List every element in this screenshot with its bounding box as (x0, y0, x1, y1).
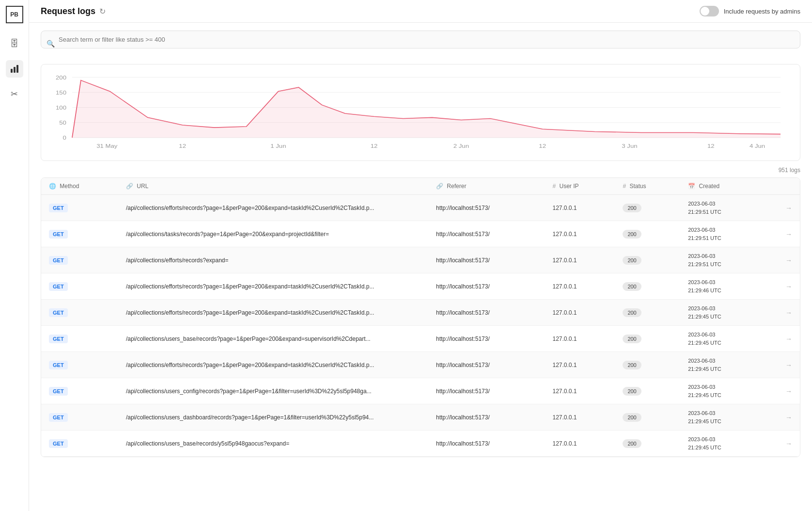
link-icon-url: 🔗 (126, 183, 133, 190)
table-row[interactable]: GET /api/collections/tasks/records?page=… (41, 221, 800, 247)
svg-rect-1 (14, 67, 16, 73)
status-badge: 200 (623, 413, 641, 422)
table-row[interactable]: GET /api/collections/efforts/records?pag… (41, 352, 800, 378)
table-row[interactable]: GET /api/collections/efforts/records?pag… (41, 273, 800, 300)
table-row[interactable]: GET /api/collections/users_dashboard/rec… (41, 404, 800, 431)
url-cell: /api/collections/users_base/records?page… (118, 326, 428, 352)
calendar-icon: 📅 (688, 183, 695, 190)
method-cell: GET (41, 221, 118, 247)
table-row[interactable]: GET /api/collections/efforts/records?pag… (41, 195, 800, 221)
th-url: 🔗 URL (118, 178, 428, 195)
row-arrow[interactable]: → (762, 273, 800, 300)
url-cell: /api/collections/efforts/records?page=1&… (118, 352, 428, 378)
table-row[interactable]: GET /api/collections/efforts/records?exp… (41, 247, 800, 273)
status-badge: 200 (623, 387, 641, 396)
main-content: Request logs ↻ Include requests by admin… (29, 0, 812, 511)
svg-text:1 Jun: 1 Jun (270, 143, 286, 149)
sidebar-item-analytics[interactable] (6, 60, 23, 78)
request-chart: 200 150 100 50 0 31 May 12 1 Jun 12 2 Ju… (49, 72, 792, 153)
row-arrow[interactable]: → (762, 378, 800, 404)
th-user-ip: # User IP (545, 178, 615, 195)
url-cell: /api/collections/users_base/records/y5sl… (118, 431, 428, 457)
method-cell: GET (41, 378, 118, 404)
page-title: Request logs (41, 6, 95, 16)
search-input[interactable] (41, 31, 800, 48)
method-badge: GET (49, 308, 68, 317)
ip-cell: 127.0.0.1 (545, 300, 615, 326)
method-badge: GET (49, 387, 68, 396)
url-cell: /api/collections/efforts/records?expand= (118, 247, 428, 273)
header-left: Request logs ↻ (41, 6, 106, 16)
header: Request logs ↻ Include requests by admin… (29, 0, 812, 23)
svg-text:12: 12 (371, 143, 378, 149)
referer-cell: http://localhost:5173/ (428, 300, 545, 326)
table-body: GET /api/collections/efforts/records?pag… (41, 195, 800, 457)
row-arrow[interactable]: → (762, 221, 800, 247)
row-arrow[interactable]: → (762, 431, 800, 457)
ip-cell: 127.0.0.1 (545, 273, 615, 300)
method-badge: GET (49, 230, 68, 239)
created-cell: 2023-06-0321:29:51 UTC (680, 247, 762, 273)
svg-text:31 May: 31 May (96, 143, 118, 149)
method-cell: GET (41, 352, 118, 378)
logs-table: 🌐 Method 🔗 URL 🔗 Referer # (41, 178, 800, 457)
table-row[interactable]: GET /api/collections/efforts/records?pag… (41, 300, 800, 326)
method-cell: GET (41, 300, 118, 326)
url-cell: /api/collections/users_dashboard/records… (118, 404, 428, 431)
svg-text:12: 12 (539, 143, 546, 149)
ip-cell: 127.0.0.1 (545, 247, 615, 273)
table-row[interactable]: GET /api/collections/users_base/records?… (41, 326, 800, 352)
refresh-button[interactable]: ↻ (99, 7, 106, 16)
svg-rect-0 (11, 69, 13, 73)
row-arrow[interactable]: → (762, 195, 800, 221)
referer-cell: http://localhost:5173/ (428, 352, 545, 378)
created-cell: 2023-06-0321:29:46 UTC (680, 273, 762, 300)
created-cell: 2023-06-0321:29:45 UTC (680, 378, 762, 404)
hash-icon-ip: # (552, 183, 556, 190)
table-row[interactable]: GET /api/collections/users_config/record… (41, 378, 800, 404)
url-cell: /api/collections/efforts/records?page=1&… (118, 300, 428, 326)
svg-text:12: 12 (179, 143, 186, 149)
svg-text:150: 150 (56, 89, 66, 96)
search-icon: 🔍 (47, 40, 55, 48)
link-icon-referer: 🔗 (436, 183, 443, 190)
th-status: # Status (615, 178, 680, 195)
method-badge: GET (49, 439, 68, 448)
sidebar-item-tools[interactable]: ✂ (6, 85, 23, 103)
created-cell: 2023-06-0321:29:45 UTC (680, 404, 762, 431)
referer-cell: http://localhost:5173/ (428, 378, 545, 404)
status-cell: 200 (615, 352, 680, 378)
th-actions (762, 178, 800, 195)
table-row[interactable]: GET /api/collections/users_base/records/… (41, 431, 800, 457)
method-badge: GET (49, 204, 68, 212)
row-arrow[interactable]: → (762, 247, 800, 273)
th-method: 🌐 Method (41, 178, 118, 195)
sidebar-item-database[interactable]: 🗄 (6, 35, 23, 52)
status-badge: 200 (623, 335, 641, 343)
ip-cell: 127.0.0.1 (545, 404, 615, 431)
sidebar: PB 🗄 ✂ (0, 0, 29, 511)
status-cell: 200 (615, 326, 680, 352)
method-badge: GET (49, 413, 68, 422)
table-header-row: 🌐 Method 🔗 URL 🔗 Referer # (41, 178, 800, 195)
row-arrow[interactable]: → (762, 300, 800, 326)
row-arrow[interactable]: → (762, 404, 800, 431)
status-cell: 200 (615, 247, 680, 273)
row-arrow[interactable]: → (762, 326, 800, 352)
admin-requests-toggle[interactable] (700, 6, 719, 16)
url-cell: /api/collections/efforts/records?page=1&… (118, 195, 428, 221)
method-cell: GET (41, 247, 118, 273)
svg-text:2 Jun: 2 Jun (453, 143, 469, 149)
svg-text:200: 200 (56, 74, 66, 80)
content-area: 🔍 200 150 100 50 0 (29, 23, 812, 511)
header-right: Include requests by admins (700, 6, 800, 16)
hash-icon-status: # (623, 183, 626, 190)
status-cell: 200 (615, 221, 680, 247)
status-badge: 200 (623, 204, 641, 212)
url-cell: /api/collections/tasks/records?page=1&pe… (118, 221, 428, 247)
svg-text:3 Jun: 3 Jun (622, 143, 637, 149)
th-referer: 🔗 Referer (428, 178, 545, 195)
ip-cell: 127.0.0.1 (545, 221, 615, 247)
status-badge: 200 (623, 308, 641, 317)
row-arrow[interactable]: → (762, 352, 800, 378)
